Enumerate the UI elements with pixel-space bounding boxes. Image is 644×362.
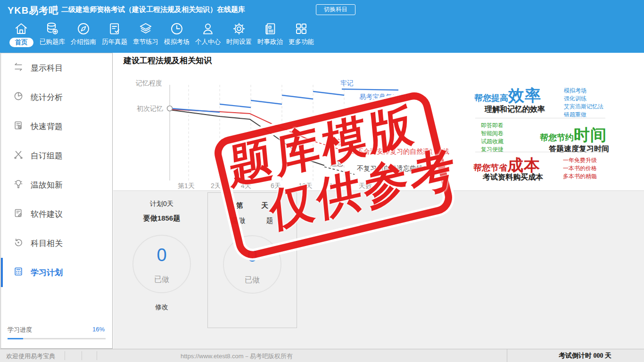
promo-list-item: 即答即看	[481, 122, 504, 130]
status-divider	[82, 351, 82, 360]
page-title: 建设工程法规及相关知识	[124, 55, 212, 66]
promo-list-item: 模拟考场	[564, 87, 603, 95]
flashcard-icon	[13, 120, 31, 133]
sidebar-item-label: 快速背题	[31, 121, 63, 132]
plan-done-label: 已做	[132, 275, 191, 285]
status-divider	[507, 349, 507, 362]
exam-countdown-text: 考试倒计时 000 天	[559, 352, 611, 360]
status-divider	[65, 351, 65, 360]
tools-icon	[13, 149, 31, 162]
toolbar-item-chapter-practice[interactable]: 章节练习	[132, 22, 159, 46]
promo-headline-big: 效率	[508, 86, 541, 104]
promo-headline-small: 帮您提高	[474, 93, 508, 103]
promo-list-item: 复习便捷	[481, 146, 504, 154]
sidebar-item-label: 自订组题	[31, 150, 63, 161]
toolbar-item-purchased-banks[interactable]: 已购题库	[39, 22, 66, 46]
toolbar-item-user-center[interactable]: 个人中心	[195, 22, 221, 46]
toolbar-label: 已购题库	[40, 38, 65, 46]
logo-divider	[56, 5, 57, 15]
user-icon	[201, 22, 215, 36]
sidebar-item-label: 统计分析	[31, 92, 63, 103]
layers-icon	[139, 22, 153, 36]
promo-time-subline: 答题速度复习时间	[549, 144, 609, 154]
toolbar-label: 首页	[9, 38, 33, 47]
remember-label: 牢记	[340, 79, 354, 88]
promo-list-item: 智能阅卷	[481, 130, 504, 138]
study-progress-label: 学习进度	[8, 326, 32, 334]
home-icon	[14, 22, 28, 36]
toolbar-item-current-affairs[interactable]: 时事政治	[257, 22, 283, 46]
header-bar: YKB易考吧 二级建造师资格考试（建设工程法规及相关知识）在线题库 切换科目	[0, 0, 644, 19]
app-logo: YKB易考吧	[8, 4, 58, 17]
promo-list-item: 试题收藏	[481, 138, 504, 146]
sidebar-item-review-old[interactable]: 温故知新	[1, 170, 112, 199]
lightbulb-icon	[13, 179, 31, 191]
pie-chart-icon	[13, 91, 31, 104]
clock-icon	[170, 22, 184, 36]
toolbar-item-mock-exam[interactable]: 模拟考场	[164, 22, 190, 46]
toolbar-item-time-settings[interactable]: 时间设置	[226, 22, 252, 46]
status-divider	[97, 351, 97, 360]
edit-document-icon	[13, 208, 31, 221]
toolbar-label: 介绍指南	[71, 38, 96, 46]
promo-cost-subline: 考试资料购买成本	[483, 173, 543, 182]
toolbar-item-more-functions[interactable]: 更多功能	[288, 22, 314, 46]
study-plan-icon	[13, 266, 31, 279]
compass-icon	[76, 22, 91, 36]
promo-panel: 帮您提高效率 理解和记忆的效率 模拟考场 强化训练 艾宾浩斯记忆法 错题重做 即…	[471, 80, 609, 181]
toolbar-item-past-papers[interactable]: 历年真题	[101, 22, 128, 46]
sidebar-item-label: 软件建议	[31, 209, 63, 220]
status-bar: 欢迎使用易考宝典 https://www.etest8.com－易考吧版权所有 …	[0, 349, 644, 362]
sidebar-item-label: 科目相关	[31, 238, 63, 249]
toolbar-label: 历年真题	[102, 38, 127, 46]
study-progress-value: 16%	[92, 326, 105, 333]
sidebar-item-custom-quiz[interactable]: 自订组题	[1, 141, 112, 170]
toolbar-label: 时间设置	[226, 38, 252, 46]
plan-done-count: 0	[132, 245, 191, 265]
news-icon	[263, 22, 277, 36]
sidebar-item-show-subjects[interactable]: 显示科目	[1, 53, 112, 82]
toolbar-label: 章节练习	[133, 38, 158, 46]
exam-paper-icon	[107, 22, 122, 36]
toolbar-item-home[interactable]: 首页	[8, 22, 34, 47]
sidebar-item-study-plan[interactable]: 学习计划	[1, 258, 112, 287]
main-toolbar: 首页 已购题库 介绍指南 历年真题 章节练习 模拟考场 个人中心 时间设置	[0, 19, 644, 53]
switch-subject-button[interactable]: 切换科目	[316, 4, 355, 15]
promo-list-item: 一年免费升级	[563, 156, 597, 165]
promo-headline-small: 帮您节约	[540, 133, 574, 142]
swap-arrows-icon	[13, 62, 31, 74]
status-welcome-text: 欢迎使用易考宝典	[6, 352, 55, 361]
sidebar: 显示科目 统计分析 快速背题 自订组题 温故知新 软件建议 科目相关 学习计划	[0, 53, 113, 349]
toolbar-label: 个人中心	[195, 38, 221, 46]
initial-memory-label: 初次记忆	[137, 105, 163, 113]
study-progress-bar	[8, 338, 106, 339]
app-window: YKB易考吧 二级建造师资格考试（建设工程法规及相关知识）在线题库 切换科目 首…	[0, 0, 644, 362]
promo-efficiency-list: 模拟考场 强化训练 艾宾浩斯记忆法 错题重做	[564, 87, 603, 119]
promo-list-item: 强化训练	[564, 95, 603, 103]
x-tick: 第1天	[178, 182, 195, 190]
study-progress-fill	[8, 338, 23, 339]
promo-list-item: 多本书的精髓	[563, 173, 597, 181]
promo-headline-big: 成本	[507, 156, 540, 174]
app-title: 二级建造师资格考试（建设工程法规及相关知识）在线题库	[61, 5, 245, 14]
sidebar-item-statistics[interactable]: 统计分析	[1, 82, 112, 112]
promo-list-item: 一本书的价格	[563, 165, 597, 173]
plan-edit-link[interactable]: 修改	[129, 303, 195, 312]
sidebar-item-quick-memorize[interactable]: 快速背题	[1, 112, 112, 141]
gear-icon	[232, 22, 246, 36]
promo-cost-list: 一年免费升级 一本书的价格 多本书的精髓	[563, 156, 597, 181]
database-icon	[45, 22, 59, 36]
sidebar-item-label: 温故知新	[31, 180, 63, 190]
sidebar-item-software-feedback[interactable]: 软件建议	[1, 199, 112, 229]
promo-time-list: 即答即看 智能阅卷 试题收藏 复习便捷	[481, 122, 504, 154]
promo-headline-big: 时间	[574, 126, 607, 144]
toolbar-label: 时事政治	[257, 38, 283, 46]
toolbar-item-guide[interactable]: 介绍指南	[70, 22, 97, 46]
sidebar-item-subject-related[interactable]: 科目相关	[1, 229, 112, 258]
promo-list-item: 艾宾浩斯记忆法	[564, 103, 603, 111]
sidebar-item-label: 显示科目	[31, 63, 63, 74]
plan-today-done-label: 已做	[223, 275, 281, 285]
promo-divider	[475, 152, 605, 152]
plan-days-text: 计划0天	[129, 200, 195, 208]
y-axis-label: 记忆程度	[136, 79, 162, 88]
